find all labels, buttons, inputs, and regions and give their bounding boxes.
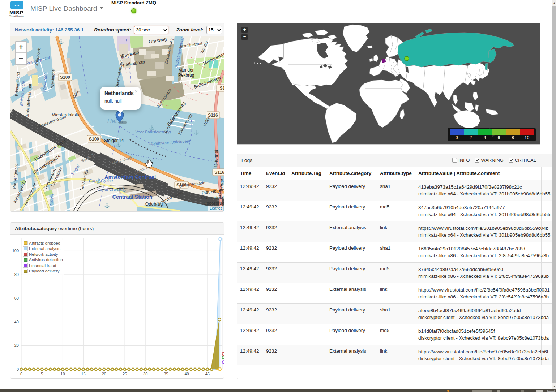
log-value-cell: 413eba3973a15c1a6429d9f170f3e8287f98c21c… [415, 180, 541, 201]
log-cell [288, 263, 326, 283]
svg-text:40: 40 [14, 320, 19, 324]
scrollbar-up-arrow[interactable]: ▲ [552, 0, 556, 6]
svg-text:15: 15 [81, 372, 85, 376]
log-cell: Payload delivery [326, 242, 377, 263]
chevron-down-icon [100, 7, 103, 11]
road-ref-badge: S100 [58, 74, 72, 81]
leaflet-zoom-control: + − [15, 41, 27, 65]
scrollbar[interactable]: ▲ ▼ [552, 0, 556, 389]
map-street-label: Centraal Station [112, 194, 152, 200]
log-row[interactable]: 12:49:429232Payload deliverysha1afeee8b4… [237, 304, 552, 324]
scrollbar-down-arrow[interactable]: ▼ [552, 383, 556, 389]
svg-text:10: 10 [60, 372, 65, 376]
log-cell [288, 201, 326, 221]
log-cell: 9232 [263, 283, 288, 304]
log-cell: 9232 [263, 221, 288, 242]
log-cell: Payload delivery [326, 201, 377, 221]
taskbar-icon[interactable] [521, 390, 524, 392]
colorbar-swatch [464, 129, 478, 135]
filter-checkbox-info[interactable] [452, 158, 457, 163]
world-zoom-out-button[interactable]: − [241, 34, 248, 40]
anchor-icon: ⚓ [121, 187, 127, 192]
log-empty-cell [541, 304, 552, 324]
filter-critical[interactable]: CRITICAL [509, 158, 536, 163]
taskbar-icon[interactable] [447, 390, 449, 392]
zoom-level-select[interactable]: 15 [206, 26, 222, 34]
colorbar-swatch [492, 129, 506, 135]
log-cell: 12:49:42 [237, 324, 263, 345]
log-row[interactable]: 12:49:429232Payload deliverysha116605a4a… [237, 242, 552, 263]
app-title-dropdown[interactable]: MISP Live Dashboard [30, 5, 103, 13]
log-empty-cell [541, 221, 552, 242]
logs-column-header: Attribute.type [377, 167, 415, 180]
map-zoom-out-button[interactable]: − [16, 53, 26, 64]
misp-logo[interactable]: ... MISP Threat Sharing [9, 0, 26, 17]
network-activity-title: Network activity: 146.255.36.1 [15, 27, 84, 33]
colorbar-tick: 10 [520, 135, 534, 140]
legend-item: Payload delivery [23, 268, 63, 274]
filter-label: WARNING [481, 158, 503, 163]
taskbar-icon[interactable] [536, 390, 543, 392]
svg-text:S116: S116 [214, 170, 224, 175]
network-activity-header: Network activity: 146.255.36.1 Rotation … [10, 23, 224, 36]
log-cell: md5 [377, 263, 415, 283]
map-street-label: Oosterdokse [201, 195, 224, 200]
filter-checkbox-critical[interactable] [509, 158, 513, 163]
legend-item: Antivirus detection [23, 257, 63, 263]
log-cell: 9232 [263, 180, 288, 201]
log-row[interactable]: 12:49:429232Payload deliverymd5347ac3b6b… [237, 201, 552, 221]
leaflet-map[interactable]: S100S100S100S116S116S11 WesterdoksluisWe… [10, 36, 224, 211]
logs-header: Logs INFOWARNINGCRITICAL [237, 154, 552, 167]
log-row[interactable]: 12:49:429232Payload deliverymd537945c44a… [237, 263, 552, 283]
log-empty-cell [541, 242, 552, 263]
filter-warning[interactable]: WARNING [475, 158, 503, 163]
world-map-panel[interactable]: + − 0246810 [237, 23, 540, 145]
log-value-cell: 37945c44a897aa42a66adcab68f560e0mimikatz… [415, 263, 541, 283]
world-map-marker [405, 56, 409, 61]
popup-close-icon[interactable]: × [134, 88, 138, 94]
log-cell: Payload delivery [326, 324, 377, 345]
log-cell: 9232 [263, 242, 288, 263]
colorbar-swatch [478, 129, 492, 135]
taskbar-icon[interactable] [547, 390, 555, 392]
taskbar-item[interactable] [472, 390, 492, 392]
log-row[interactable]: 12:49:429232External analysislinkhttps:/… [237, 221, 552, 242]
log-row[interactable]: 12:49:429232Payload deliverysha1413eba39… [237, 180, 552, 201]
anchor-icon: ⚓ [104, 203, 110, 208]
log-cell: External analysis [326, 221, 377, 242]
log-row[interactable]: 12:49:429232External analysislinkhttps:/… [237, 283, 552, 304]
colorbar-swatch [450, 129, 464, 135]
log-cell: 12:49:42 [237, 263, 263, 283]
log-cell: 9232 [263, 345, 288, 366]
map-street-label: IJ-tunnel [213, 150, 219, 167]
map-street-label: Van der [179, 68, 193, 73]
chart-title-main: Attribute.category [15, 226, 57, 231]
log-empty-cell [541, 201, 552, 221]
taskbar-icon[interactable] [497, 390, 500, 392]
log-row[interactable]: 12:49:429232External analysislinkhttps:/… [237, 345, 552, 366]
map-zoom-in-button[interactable]: + [16, 42, 26, 53]
world-zoom-in-button[interactable]: + [241, 27, 248, 33]
filter-info[interactable]: INFO [452, 158, 470, 163]
logo-subtext: Threat Sharing [9, 15, 24, 17]
log-row[interactable]: 12:49:429232Payload deliverymd5b14d8faf7… [237, 324, 552, 345]
logs-column-header: Attribute.category [326, 167, 377, 180]
svg-text:20: 20 [14, 343, 19, 348]
colorbar-tick: 6 [492, 135, 506, 140]
svg-text:30: 30 [143, 372, 147, 376]
log-cell [288, 345, 326, 366]
filter-label: INFO [458, 158, 470, 163]
svg-text:45: 45 [205, 372, 210, 376]
log-value-cell: https://www.virustotal.com/file/301b905e… [415, 221, 541, 242]
zmq-status-indicator [131, 8, 136, 13]
rotation-speed-select[interactable]: 30 sec [134, 26, 168, 34]
log-value-cell: 16605a4a29a101208457c47ebfde788487be788d… [415, 242, 541, 263]
map-popup: × Netherlands null, null [100, 87, 141, 110]
filter-checkbox-warning[interactable] [475, 158, 479, 163]
svg-text:20: 20 [102, 372, 106, 376]
log-empty-cell [541, 263, 552, 283]
taskbar[interactable] [0, 389, 556, 392]
chart-panel-header: Attribute.category overtime (hours) [10, 223, 224, 235]
leaflet-attribution[interactable]: Leaflet [208, 206, 223, 211]
log-cell: sha1 [377, 304, 415, 324]
